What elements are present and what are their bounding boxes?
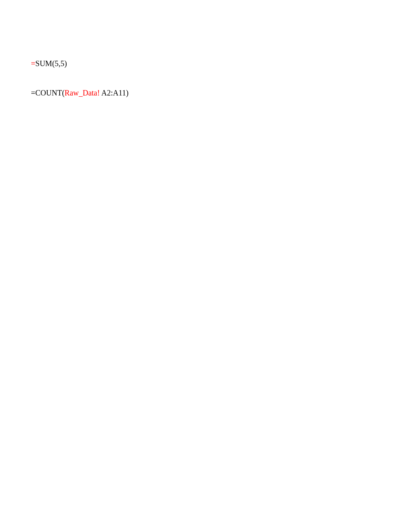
formula-text: SUM(5,5)	[35, 59, 67, 68]
equals-sign: =	[31, 59, 35, 68]
formula-line-1: =SUM(5,5)	[31, 58, 411, 69]
formula-range: A2:A11)	[101, 89, 128, 97]
formula-prefix: =COUNT(	[31, 89, 65, 97]
sheet-reference: Raw_Data!	[65, 89, 100, 97]
formula-line-2: =COUNT(Raw_Data! A2:A11)	[31, 87, 411, 98]
